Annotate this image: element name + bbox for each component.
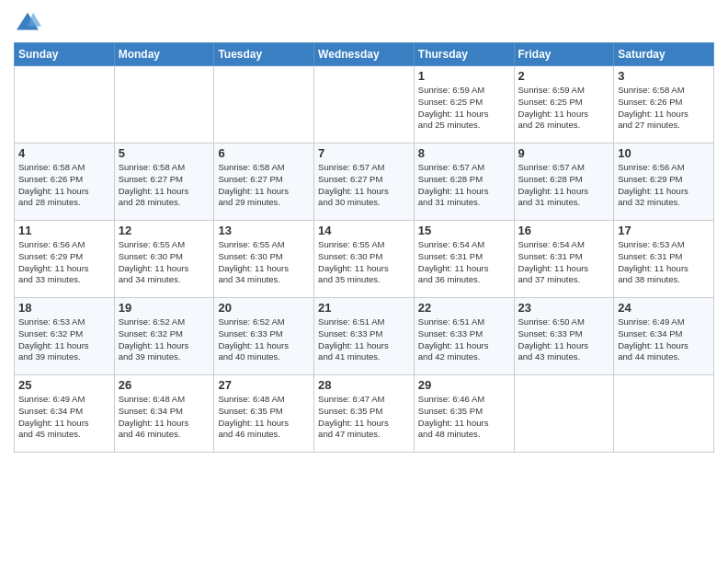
calendar-cell: 4Sunrise: 6:58 AM Sunset: 6:26 PM Daylig… xyxy=(15,144,115,221)
day-info: Sunrise: 6:56 AM Sunset: 6:29 PM Dayligh… xyxy=(618,162,710,209)
day-info: Sunrise: 6:58 AM Sunset: 6:27 PM Dayligh… xyxy=(218,162,310,209)
calendar-cell: 29Sunrise: 6:46 AM Sunset: 6:35 PM Dayli… xyxy=(414,375,514,453)
calendar-header-monday: Monday xyxy=(114,43,214,66)
calendar-cell: 24Sunrise: 6:49 AM Sunset: 6:34 PM Dayli… xyxy=(614,298,714,375)
day-info: Sunrise: 6:53 AM Sunset: 6:32 PM Dayligh… xyxy=(18,316,110,363)
day-number: 2 xyxy=(518,69,610,83)
day-info: Sunrise: 6:51 AM Sunset: 6:33 PM Dayligh… xyxy=(418,316,510,363)
day-info: Sunrise: 6:56 AM Sunset: 6:29 PM Dayligh… xyxy=(18,239,110,286)
day-info: Sunrise: 6:58 AM Sunset: 6:26 PM Dayligh… xyxy=(618,85,710,132)
day-info: Sunrise: 6:49 AM Sunset: 6:34 PM Dayligh… xyxy=(618,316,710,363)
calendar-cell: 22Sunrise: 6:51 AM Sunset: 6:33 PM Dayli… xyxy=(414,298,514,375)
day-number: 14 xyxy=(318,224,410,237)
day-number: 3 xyxy=(618,69,710,83)
calendar-cell: 15Sunrise: 6:54 AM Sunset: 6:31 PM Dayli… xyxy=(414,221,514,298)
day-info: Sunrise: 6:55 AM Sunset: 6:30 PM Dayligh… xyxy=(119,239,210,286)
calendar-cell: 26Sunrise: 6:48 AM Sunset: 6:34 PM Dayli… xyxy=(114,375,214,453)
header xyxy=(14,9,714,37)
calendar-cell: 3Sunrise: 6:58 AM Sunset: 6:26 PM Daylig… xyxy=(614,66,714,144)
day-number: 6 xyxy=(218,146,310,160)
calendar-cell: 5Sunrise: 6:58 AM Sunset: 6:27 PM Daylig… xyxy=(114,144,214,221)
day-info: Sunrise: 6:52 AM Sunset: 6:33 PM Dayligh… xyxy=(218,316,310,363)
calendar-week-5: 25Sunrise: 6:49 AM Sunset: 6:34 PM Dayli… xyxy=(15,375,714,453)
calendar-cell: 28Sunrise: 6:47 AM Sunset: 6:35 PM Dayli… xyxy=(314,375,415,453)
day-info: Sunrise: 6:59 AM Sunset: 6:25 PM Dayligh… xyxy=(418,85,510,132)
day-number: 29 xyxy=(418,378,510,392)
calendar-week-3: 11Sunrise: 6:56 AM Sunset: 6:29 PM Dayli… xyxy=(15,221,714,298)
calendar-cell: 23Sunrise: 6:50 AM Sunset: 6:33 PM Dayli… xyxy=(514,298,614,375)
day-number: 10 xyxy=(618,146,710,160)
calendar-cell: 21Sunrise: 6:51 AM Sunset: 6:33 PM Dayli… xyxy=(314,298,415,375)
day-info: Sunrise: 6:55 AM Sunset: 6:30 PM Dayligh… xyxy=(218,239,310,286)
day-number: 20 xyxy=(218,301,310,315)
calendar-cell xyxy=(514,375,614,453)
day-number: 25 xyxy=(18,378,110,392)
day-number: 22 xyxy=(418,301,510,315)
day-number: 5 xyxy=(119,146,210,160)
calendar-header-wednesday: Wednesday xyxy=(314,43,415,66)
day-number: 26 xyxy=(119,378,210,392)
day-number: 8 xyxy=(418,146,510,160)
day-number: 16 xyxy=(518,224,610,237)
day-info: Sunrise: 6:46 AM Sunset: 6:35 PM Dayligh… xyxy=(418,394,510,441)
day-number: 12 xyxy=(119,224,210,237)
calendar-cell xyxy=(214,66,314,144)
calendar-cell: 20Sunrise: 6:52 AM Sunset: 6:33 PM Dayli… xyxy=(214,298,314,375)
calendar-week-2: 4Sunrise: 6:58 AM Sunset: 6:26 PM Daylig… xyxy=(15,144,714,221)
day-number: 7 xyxy=(318,146,410,160)
day-number: 23 xyxy=(518,301,610,315)
day-number: 15 xyxy=(418,224,510,237)
day-info: Sunrise: 6:58 AM Sunset: 6:27 PM Dayligh… xyxy=(119,162,210,209)
calendar-cell xyxy=(15,66,115,144)
calendar-header-friday: Friday xyxy=(514,43,614,66)
calendar-cell xyxy=(614,375,714,453)
page: SundayMondayTuesdayWednesdayThursdayFrid… xyxy=(0,0,728,563)
day-number: 9 xyxy=(518,146,610,160)
calendar-cell: 1Sunrise: 6:59 AM Sunset: 6:25 PM Daylig… xyxy=(414,66,514,144)
day-info: Sunrise: 6:52 AM Sunset: 6:32 PM Dayligh… xyxy=(119,316,210,363)
calendar-header-row: SundayMondayTuesdayWednesdayThursdayFrid… xyxy=(15,43,714,66)
calendar-header-tuesday: Tuesday xyxy=(214,43,314,66)
day-info: Sunrise: 6:49 AM Sunset: 6:34 PM Dayligh… xyxy=(18,394,110,441)
day-number: 19 xyxy=(119,301,210,315)
day-info: Sunrise: 6:55 AM Sunset: 6:30 PM Dayligh… xyxy=(318,239,410,286)
day-info: Sunrise: 6:47 AM Sunset: 6:35 PM Dayligh… xyxy=(318,394,410,441)
calendar-cell: 14Sunrise: 6:55 AM Sunset: 6:30 PM Dayli… xyxy=(314,221,415,298)
day-number: 13 xyxy=(218,224,310,237)
calendar-cell: 18Sunrise: 6:53 AM Sunset: 6:32 PM Dayli… xyxy=(15,298,115,375)
day-info: Sunrise: 6:53 AM Sunset: 6:31 PM Dayligh… xyxy=(618,239,710,286)
day-info: Sunrise: 6:51 AM Sunset: 6:33 PM Dayligh… xyxy=(318,316,410,363)
calendar-week-4: 18Sunrise: 6:53 AM Sunset: 6:32 PM Dayli… xyxy=(15,298,714,375)
day-info: Sunrise: 6:54 AM Sunset: 6:31 PM Dayligh… xyxy=(518,239,610,286)
calendar-header-thursday: Thursday xyxy=(414,43,514,66)
calendar-cell: 13Sunrise: 6:55 AM Sunset: 6:30 PM Dayli… xyxy=(214,221,314,298)
calendar-header-sunday: Sunday xyxy=(15,43,115,66)
calendar-cell xyxy=(114,66,214,144)
day-info: Sunrise: 6:58 AM Sunset: 6:26 PM Dayligh… xyxy=(18,162,110,209)
day-info: Sunrise: 6:50 AM Sunset: 6:33 PM Dayligh… xyxy=(518,316,610,363)
day-info: Sunrise: 6:48 AM Sunset: 6:34 PM Dayligh… xyxy=(119,394,210,441)
calendar-cell: 25Sunrise: 6:49 AM Sunset: 6:34 PM Dayli… xyxy=(15,375,115,453)
calendar-header-saturday: Saturday xyxy=(614,43,714,66)
day-number: 24 xyxy=(618,301,710,315)
calendar-table: SundayMondayTuesdayWednesdayThursdayFrid… xyxy=(14,42,714,453)
day-info: Sunrise: 6:57 AM Sunset: 6:27 PM Dayligh… xyxy=(318,162,410,209)
calendar-cell xyxy=(314,66,415,144)
calendar-cell: 11Sunrise: 6:56 AM Sunset: 6:29 PM Dayli… xyxy=(15,221,115,298)
day-info: Sunrise: 6:57 AM Sunset: 6:28 PM Dayligh… xyxy=(418,162,510,209)
day-info: Sunrise: 6:59 AM Sunset: 6:25 PM Dayligh… xyxy=(518,85,610,132)
calendar-cell: 9Sunrise: 6:57 AM Sunset: 6:28 PM Daylig… xyxy=(514,144,614,221)
calendar-cell: 10Sunrise: 6:56 AM Sunset: 6:29 PM Dayli… xyxy=(614,144,714,221)
day-number: 21 xyxy=(318,301,410,315)
day-number: 28 xyxy=(318,378,410,392)
day-number: 1 xyxy=(418,69,510,83)
calendar-cell: 19Sunrise: 6:52 AM Sunset: 6:32 PM Dayli… xyxy=(114,298,214,375)
calendar-cell: 2Sunrise: 6:59 AM Sunset: 6:25 PM Daylig… xyxy=(514,66,614,144)
calendar-cell: 27Sunrise: 6:48 AM Sunset: 6:35 PM Dayli… xyxy=(214,375,314,453)
day-number: 4 xyxy=(18,146,110,160)
day-number: 11 xyxy=(18,224,110,237)
calendar-cell: 8Sunrise: 6:57 AM Sunset: 6:28 PM Daylig… xyxy=(414,144,514,221)
calendar-week-1: 1Sunrise: 6:59 AM Sunset: 6:25 PM Daylig… xyxy=(15,66,714,144)
calendar-cell: 6Sunrise: 6:58 AM Sunset: 6:27 PM Daylig… xyxy=(214,144,314,221)
day-number: 18 xyxy=(18,301,110,315)
